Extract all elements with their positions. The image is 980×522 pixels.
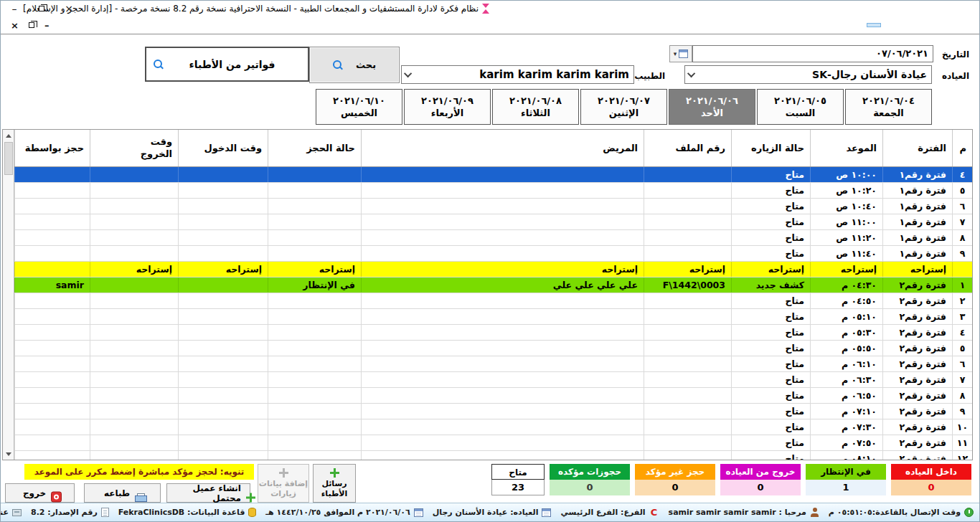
day-tab-name: الجمعة xyxy=(873,108,904,118)
clinic-select[interactable]: عيادة الأسنان رجال-SK xyxy=(684,65,932,84)
cell-booking-status xyxy=(268,419,361,435)
cell-patient xyxy=(361,230,644,245)
restore-button[interactable] xyxy=(28,1,55,16)
cell-index: ٧ xyxy=(952,372,972,387)
day-tab[interactable]: ٢٠٢١/٠٦/٠٦ الأحد xyxy=(669,89,755,125)
status-item: قاعدة البيانات: FekraClinicsDB xyxy=(118,508,257,517)
cell-visit-status: إستراحه xyxy=(731,262,810,277)
day-tab-name: الخميس xyxy=(341,108,377,118)
cell-index: ٦ xyxy=(952,199,972,214)
menu-item[interactable] xyxy=(961,23,976,27)
scroll-down-button[interactable] xyxy=(4,450,13,458)
menu-item[interactable] xyxy=(882,23,897,27)
cell-exit-time xyxy=(90,277,178,293)
table-row[interactable]: ٨ فترة رقم١ ١١:٢٠ ص متاح xyxy=(14,230,972,246)
schedule-table: مالفترةالموعدحالة الزيارهرقم الملفالمريض… xyxy=(2,129,973,460)
add-visit-data-label: إضافة بيانات زيارات xyxy=(258,479,308,499)
menu-item[interactable] xyxy=(867,23,881,27)
menu-item[interactable] xyxy=(930,23,944,27)
mdi-close-button[interactable]: × xyxy=(11,21,19,30)
day-tab-name: الثلاثاء xyxy=(521,108,550,118)
doctor-messages-button[interactable]: رسائل الأطباء xyxy=(313,464,356,503)
cell-booking-status xyxy=(268,214,361,229)
cell-entry-time xyxy=(178,309,268,324)
table-row[interactable]: ١١ فترة رقم٢ ٠٧:٥٠ م متاح xyxy=(14,435,972,451)
cell-booking-status xyxy=(268,199,361,214)
date-label: التاريخ xyxy=(942,47,969,62)
table-row[interactable]: ٩ فترة رقم١ ١١:٤٠ ص متاح xyxy=(14,246,972,262)
cell-index: ٨ xyxy=(952,388,972,403)
day-tab[interactable]: ٢٠٢١/٠٦/٠٤ الجمعة xyxy=(845,89,932,125)
table-body: ٤ فترة رقم١ ١٠:٠٠ ص متاح ٥ xyxy=(14,167,972,460)
window-controls: – × xyxy=(1,1,83,16)
cell-booked-by xyxy=(14,214,90,229)
schedule-grid: مالفترةالموعدحالة الزيارهرقم الملفالمريض… xyxy=(14,130,972,460)
close-button[interactable]: × xyxy=(55,1,83,16)
cell-file-number: إستراحه xyxy=(644,262,731,277)
scroll-up-button[interactable] xyxy=(4,131,13,140)
day-tab[interactable]: ٢٠٢١/٠٦/٠٨ الثلاثاء xyxy=(492,89,579,125)
cell-patient: إستراحه xyxy=(361,262,644,277)
table-row[interactable]: ٥ فترة رقم١ ١٠:٢٠ ص متاح xyxy=(14,183,972,199)
table-row[interactable]: ٧ فترة رقم٢ ٠٦:٣٠ م متاح xyxy=(14,372,972,388)
doctor-invoices-button[interactable]: فواتير من الأطباء xyxy=(145,47,309,82)
table-row[interactable]: إستراحه إستراحه إستراحه إستراحه إستراحه … xyxy=(14,262,972,277)
cell-file-number xyxy=(644,293,731,308)
cell-period: إستراحه xyxy=(882,262,952,277)
cell-index: ٦ xyxy=(952,356,972,371)
cell-visit-status: متاح xyxy=(731,183,810,198)
table-row[interactable]: ٥ فترة رقم٢ ٠٥:٥٠ م متاح xyxy=(14,341,972,356)
cell-booked-by xyxy=(14,325,90,340)
summary-box: حجوزات مؤكده 0 xyxy=(550,464,630,495)
cell-period: فترة رقم٢ xyxy=(882,293,952,308)
minimize-button[interactable]: – xyxy=(1,1,28,16)
table-row[interactable]: ٣ فترة رقم٢ ٠٥:١٠ م متاح xyxy=(14,309,972,325)
cell-index: ٥ xyxy=(952,183,972,198)
cell-entry-time xyxy=(178,293,268,308)
scrollbar-thumb[interactable] xyxy=(4,142,13,175)
day-tab[interactable]: ٢٠٢١/٠٦/١٠ الخميس xyxy=(316,89,402,125)
day-tab[interactable]: ٢٠٢١/٠٦/٠٥ السبت xyxy=(757,89,844,125)
cell-booked-by xyxy=(14,230,90,245)
search-button[interactable]: بحث xyxy=(309,47,400,83)
cell-period: فترة رقم٢ xyxy=(882,404,952,419)
table-row[interactable]: ١٠ فترة رقم٢ ٠٧:٣٠ م متاح xyxy=(14,419,972,435)
menu-item[interactable] xyxy=(946,23,960,27)
mdi-restore-button[interactable] xyxy=(29,22,34,28)
vertical-scrollbar[interactable] xyxy=(3,130,14,460)
summary-box: داخل العياده 0 xyxy=(891,464,971,495)
exit-button[interactable]: خروج xyxy=(5,483,75,503)
table-header-cell: المريض xyxy=(361,130,644,166)
table-row[interactable]: ٤ فترة رقم١ ١٠:٠٠ ص متاح xyxy=(14,167,972,183)
cell-patient xyxy=(361,325,644,340)
date-dropdown-button[interactable]: ▾ xyxy=(669,45,692,62)
menu-item[interactable] xyxy=(898,23,913,27)
table-row[interactable]: ١ فترة رقم٢ ٠٤:٣٠ م كشف جديد F\1442\0003… xyxy=(14,277,972,293)
day-tab[interactable]: ٢٠٢١/٠٦/٠٩ الأربعاء xyxy=(404,89,491,125)
plus-icon xyxy=(246,493,255,502)
date-input[interactable]: ٠٧/٠٦/٢٠٢١ xyxy=(692,45,933,62)
cell-booking-status: إستراحه xyxy=(268,262,361,277)
table-row[interactable]: ١٢ فترة رقم٢ ٠٨:١٠ م متاح xyxy=(14,451,972,460)
print-button[interactable]: طباعه xyxy=(84,483,161,503)
mdi-minimize-button[interactable]: – xyxy=(44,21,50,30)
cell-visit-status: متاح xyxy=(731,293,810,308)
doctor-select[interactable]: karim karim karim karim xyxy=(401,65,634,84)
table-row[interactable]: ٤ فترة رقم٢ ٠٥:٣٠ م متاح xyxy=(14,325,972,341)
menu-item[interactable] xyxy=(914,23,928,27)
table-row[interactable]: ٦ فترة رقم٢ ٠٦:١٠ م متاح xyxy=(14,356,972,372)
cell-visit-status: متاح xyxy=(731,246,810,261)
cell-index: ١٢ xyxy=(952,451,972,460)
day-tab[interactable]: ٢٠٢١/٠٦/٠٧ الإثنين xyxy=(580,89,667,125)
table-row[interactable]: ٢ فترة رقم٢ ٠٤:٥٠ م متاح xyxy=(14,293,972,309)
new-client-button[interactable]: انشاء عميل محتمل xyxy=(166,483,250,503)
table-row[interactable]: ٦ فترة رقم١ ١٠:٤٠ ص متاح xyxy=(14,199,972,214)
table-row[interactable]: ٩ فترة رقم٢ ٠٧:١٠ م متاح xyxy=(14,404,972,419)
table-row[interactable]: ٧ فترة رقم١ ١١:٠٠ ص متاح xyxy=(14,214,972,230)
table-row[interactable]: ٨ فترة رقم٢ ٠٦:٥٠ م متاح xyxy=(14,388,972,404)
doctor-label: الطبيب xyxy=(634,68,665,84)
cell-appointment: ٠٤:٥٠ م xyxy=(810,293,882,308)
cell-period: فترة رقم٢ xyxy=(882,309,952,324)
cell-entry-time xyxy=(178,341,268,356)
cell-booking-status: في الإنتظار xyxy=(268,277,361,293)
